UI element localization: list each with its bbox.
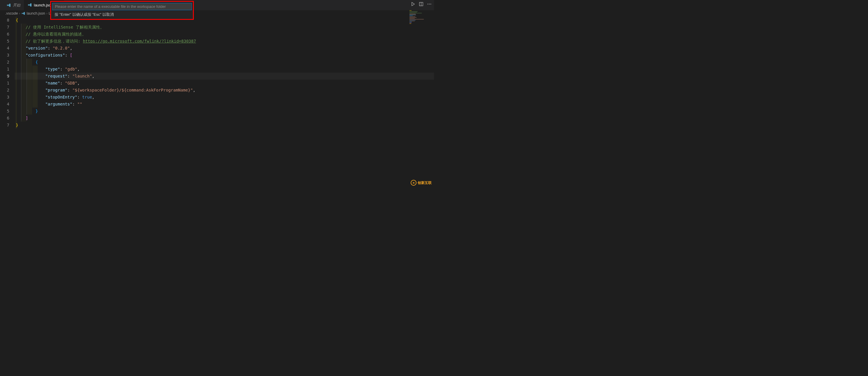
- input-hint: 按 "Enter" 以确认或按 "Esc" 以取消: [52, 10, 192, 18]
- svg-point-2: [428, 4, 428, 4]
- more-icon[interactable]: [427, 2, 432, 6]
- svg-point-4: [431, 4, 431, 4]
- minimap[interactable]: [409, 10, 430, 28]
- code-comment: // 欲了解更多信息，请访问:: [26, 39, 83, 43]
- run-icon[interactable]: [411, 2, 415, 6]
- code-comment: // 悬停以查看现有属性的描述。: [26, 32, 86, 36]
- watermark-text: 创新互联: [417, 180, 432, 185]
- vscode-icon: [6, 3, 11, 8]
- chevron-right-icon: ›: [46, 11, 48, 15]
- code-link[interactable]: https://go.microsoft.com/fwlink/?linkid=…: [83, 39, 196, 43]
- code-comment: // 使用 IntelliSense 了解相关属性。: [26, 25, 104, 29]
- quick-input-box: 按 "Enter" 以确认或按 "Esc" 以取消: [50, 1, 194, 20]
- vscode-icon: [27, 3, 32, 7]
- watermark-logo: ✕ 创新互联: [411, 180, 432, 186]
- tab-label: 开始: [13, 3, 21, 8]
- code-content[interactable]: { // 使用 IntelliSense 了解相关属性。 // 悬停以查看现有属…: [14, 16, 434, 129]
- tab-welcome[interactable]: 开始: [3, 0, 24, 10]
- editor-actions: [411, 2, 432, 6]
- breadcrumb-item[interactable]: .vscode: [5, 11, 18, 15]
- executable-name-input[interactable]: [52, 3, 192, 10]
- vscode-icon: [21, 11, 25, 15]
- code-editor[interactable]: 8 7 6 5 4 3 2 1 9 1 2 3 4 5 6 7 { // 使用 …: [0, 16, 434, 129]
- split-editor-icon[interactable]: [419, 2, 424, 6]
- watermark-icon: ✕: [411, 180, 416, 186]
- line-numbers-gutter: 8 7 6 5 4 3 2 1 9 1 2 3 4 5 6 7: [0, 16, 14, 129]
- breadcrumb-item[interactable]: launch.json: [21, 11, 45, 15]
- svg-point-3: [429, 4, 430, 4]
- chevron-right-icon: ›: [19, 11, 20, 15]
